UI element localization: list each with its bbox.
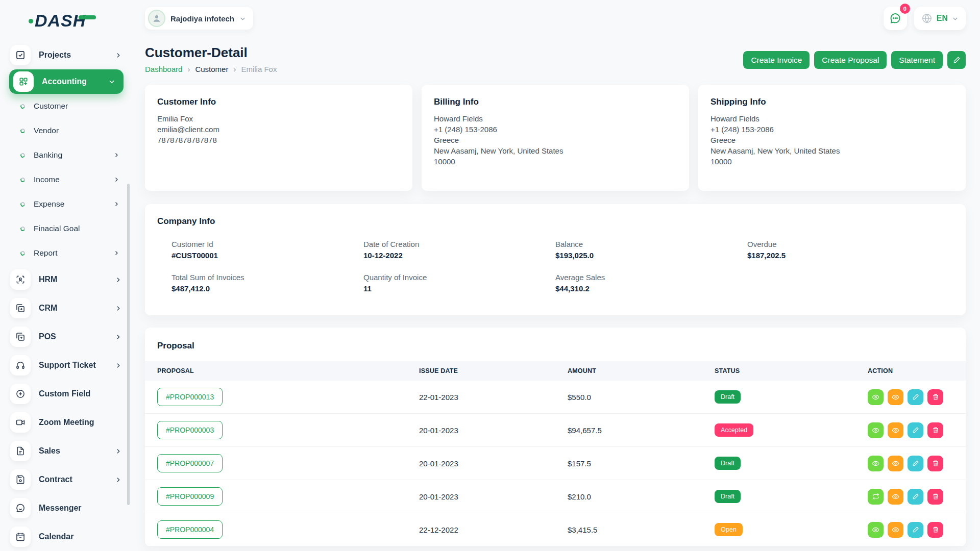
preview-button[interactable] (888, 522, 903, 538)
view-button[interactable] (868, 456, 884, 471)
video-icon (10, 412, 31, 433)
sidebar-item-accounting[interactable]: Accounting (9, 69, 124, 94)
sidebar-item-customer[interactable]: Customer (0, 94, 133, 118)
sidebar-item-calendar[interactable]: Calendar (0, 522, 133, 551)
sidebar-item-contract[interactable]: Contract (0, 465, 133, 494)
bullet-icon (20, 152, 26, 158)
table-row: #PROP000013 22-01-2023 $550.0 Draft (145, 381, 966, 414)
preview-button[interactable] (888, 456, 903, 471)
company-field: Customer Id #CUST00001 (172, 240, 363, 260)
chevron-right-icon (113, 201, 119, 207)
topbar: Rajodiya infotech 0 EN (133, 0, 980, 37)
create-invoice-button[interactable]: Create Invoice (743, 51, 810, 69)
chevron-right-icon (115, 362, 121, 369)
delete-button[interactable] (927, 522, 943, 538)
bullet-icon (20, 201, 26, 207)
sidebar-item-sales[interactable]: Sales (0, 437, 133, 465)
company-info-card: Company Info Customer Id #CUST00001 Date… (145, 204, 966, 315)
avatar (148, 10, 165, 27)
shipping-info-title: Shipping Info (710, 97, 953, 107)
language-selector[interactable]: EN (914, 7, 966, 30)
bullet-icon (20, 128, 26, 133)
view-button[interactable] (868, 422, 884, 438)
proposal-link[interactable]: #PROP000004 (157, 520, 223, 539)
sidebar-item-messenger[interactable]: Messenger (0, 494, 133, 522)
create-proposal-button[interactable]: Create Proposal (814, 51, 887, 69)
customer-phone: 78787878787878 (157, 135, 400, 145)
app-logo[interactable]: DASH (0, 0, 133, 41)
sidebar-item-expense[interactable]: Expense (0, 192, 133, 216)
preview-button[interactable] (888, 422, 903, 438)
proposal-link[interactable]: #PROP000013 (157, 388, 223, 406)
company-field: Date of Creation 10-12-2022 (363, 240, 555, 260)
status-badge: Draft (715, 490, 741, 503)
sidebar-item-hrm[interactable]: HRM (0, 265, 133, 294)
edit-button[interactable] (908, 522, 923, 538)
sidebar-item-vendor[interactable]: Vendor (0, 118, 133, 143)
shipping-country: Greece (710, 135, 953, 145)
messages-button[interactable]: 0 (884, 7, 907, 30)
sidebar-item-pos[interactable]: POS (0, 322, 133, 351)
edit-button[interactable] (908, 422, 923, 438)
preview-button[interactable] (888, 489, 903, 505)
language-label: EN (937, 14, 948, 23)
status-badge: Draft (715, 457, 741, 470)
breadcrumb-separator: › (233, 65, 236, 73)
proposal-link[interactable]: #PROP000009 (157, 487, 223, 506)
edit-customer-button[interactable] (947, 51, 966, 69)
sidebar-item-projects[interactable]: Projects (0, 41, 133, 69)
sidebar-item-crm[interactable]: CRM (0, 294, 133, 322)
sidebar-item-support-ticket[interactable]: Support Ticket (0, 351, 133, 380)
edit-button[interactable] (908, 456, 923, 471)
edit-button[interactable] (908, 489, 923, 505)
proposal-link[interactable]: #PROP000003 (157, 421, 223, 439)
table-row: #PROP000009 20-01-2023 $210.0 Draft (145, 480, 966, 513)
delete-button[interactable] (927, 489, 943, 505)
sidebar-scrollbar[interactable] (127, 184, 130, 505)
status-badge: Accepted (715, 423, 753, 437)
workspace-selector[interactable]: Rajodiya infotech (145, 7, 253, 30)
delete-button[interactable] (927, 389, 943, 405)
shipping-name: Howard Fields (710, 113, 953, 124)
file-text-icon (10, 441, 31, 461)
chevron-right-icon (113, 250, 119, 256)
chevron-right-icon (113, 177, 119, 183)
breadcrumb-customer[interactable]: Customer (195, 65, 228, 73)
delete-button[interactable] (927, 422, 943, 438)
edit-button[interactable] (908, 389, 923, 405)
convert-button[interactable] (868, 489, 884, 505)
notification-badge: 0 (900, 4, 910, 14)
billing-zip: 10000 (434, 156, 677, 167)
pencil-icon (953, 56, 961, 64)
chevron-right-icon (115, 448, 121, 455)
breadcrumb-dashboard[interactable]: Dashboard (145, 65, 182, 73)
chevron-down-icon (239, 15, 246, 22)
sidebar-item-income[interactable]: Income (0, 167, 133, 192)
company-field: Overdue $187,202.5 (747, 240, 939, 260)
chevron-down-icon (108, 78, 115, 85)
circle-plus-icon (10, 384, 31, 404)
checkbox-icon (10, 45, 31, 65)
proposal-table-header: PROPOSAL ISSUE DATE AMOUNT STATUS ACTION (145, 361, 966, 381)
logo-text: DASH (35, 11, 86, 30)
sidebar-item-zoom-meeting[interactable]: Zoom Meeting (0, 408, 133, 437)
layers-plus-icon (10, 327, 31, 347)
shipping-info-card: Shipping Info Howard Fields +1 (248) 153… (698, 85, 966, 191)
sidebar-item-finacial-goal[interactable]: Finacial Goal (0, 216, 133, 241)
company-field: Balance $193,025.0 (555, 240, 747, 260)
sidebar-item-custom-field[interactable]: Custom Field (0, 380, 133, 408)
preview-button[interactable] (888, 389, 903, 405)
logo-dot (29, 19, 33, 23)
proposal-card: Proposal PROPOSAL ISSUE DATE AMOUNT STAT… (145, 328, 966, 546)
statement-button[interactable]: Statement (891, 51, 943, 69)
sidebar-item-banking[interactable]: Banking (0, 143, 133, 167)
status-badge: Open (715, 523, 743, 536)
proposal-link[interactable]: #PROP000007 (157, 454, 223, 472)
chevron-right-icon (115, 305, 121, 312)
sidebar-item-report[interactable]: Report (0, 241, 133, 265)
person-frame-icon (10, 269, 31, 290)
view-button[interactable] (868, 389, 884, 405)
repeat-icon (872, 493, 879, 500)
view-button[interactable] (868, 522, 884, 538)
delete-button[interactable] (927, 456, 943, 471)
